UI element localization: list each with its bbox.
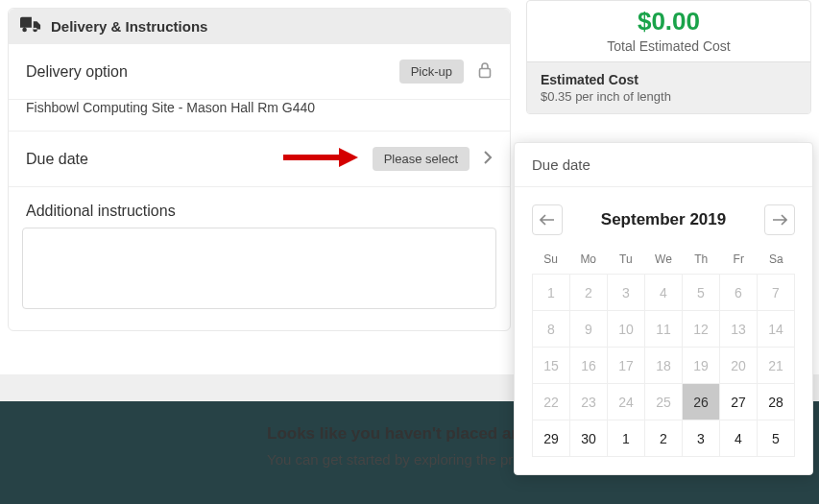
- calendar-month-title: September 2019: [601, 210, 726, 229]
- calendar-day: 13: [720, 311, 758, 348]
- calendar-day: 6: [720, 275, 758, 311]
- date-picker-title: Due date: [515, 143, 812, 187]
- calendar-day[interactable]: 30: [570, 420, 608, 457]
- calendar-day: 16: [570, 348, 608, 384]
- calendar-day: 14: [758, 311, 795, 348]
- estimated-cost-sub: $0.35 per inch of length: [541, 89, 797, 104]
- calendar-day: 22: [533, 384, 570, 420]
- total-cost-caption: Total Estimated Cost: [527, 38, 810, 54]
- calendar-day: 8: [533, 311, 570, 348]
- calendar-dow: Su: [532, 249, 569, 274]
- calendar-day: 3: [608, 275, 645, 311]
- calendar-day[interactable]: 27: [720, 384, 758, 420]
- calendar-dow: Sa: [758, 249, 795, 274]
- calendar-day: 12: [683, 311, 720, 348]
- date-picker-popup: Due date September 2019 SuMoTuWeThFrSa 1…: [514, 142, 813, 475]
- calendar-day[interactable]: 28: [758, 384, 795, 420]
- instructions-label: Additional instructions: [9, 187, 510, 228]
- delivery-site: Fishbowl Computing Site - Mason Hall Rm …: [9, 100, 510, 131]
- calendar-day: 25: [645, 384, 683, 420]
- calendar-day: 10: [608, 311, 645, 348]
- calendar-day[interactable]: 5: [758, 420, 795, 457]
- calendar-day[interactable]: 2: [645, 420, 683, 457]
- estimated-cost-title: Estimated Cost: [541, 72, 797, 87]
- due-date-row[interactable]: Due date Please select: [9, 131, 510, 187]
- calendar-day: 17: [608, 348, 645, 384]
- calendar-day: 23: [570, 384, 608, 420]
- calendar-dow: We: [644, 249, 682, 274]
- calendar-day: 5: [683, 275, 720, 311]
- calendar-day[interactable]: 29: [533, 420, 570, 457]
- calendar-day: 18: [645, 348, 683, 384]
- lock-icon: [477, 61, 493, 83]
- delivery-option-value: Pick-up: [399, 60, 464, 84]
- calendar-day: 24: [608, 384, 645, 420]
- instructions-textarea[interactable]: [22, 228, 496, 309]
- calendar-dow: Th: [683, 249, 720, 274]
- calendar-day: 11: [645, 311, 683, 348]
- prev-month-button[interactable]: [532, 204, 563, 235]
- red-arrow-annotation: [281, 146, 358, 173]
- calendar-day[interactable]: 1: [608, 420, 645, 457]
- calendar-dow: Fr: [720, 249, 758, 274]
- chevron-right-icon: [483, 151, 493, 168]
- calendar-day: 7: [758, 275, 795, 311]
- delivery-instructions-card: Delivery & Instructions Delivery option …: [8, 8, 511, 331]
- calendar-day[interactable]: 26: [683, 384, 720, 420]
- svg-marker-2: [339, 148, 358, 167]
- calendar-day: 15: [533, 348, 570, 384]
- svg-rect-0: [480, 68, 491, 77]
- calendar-day[interactable]: 4: [720, 420, 758, 457]
- total-cost-amount: $0.00: [527, 7, 810, 36]
- calendar-day: 1: [533, 275, 570, 311]
- cost-summary-box: $0.00 Total Estimated Cost Estimated Cos…: [526, 0, 811, 114]
- delivery-option-label: Delivery option: [26, 63, 128, 81]
- card-title: Delivery & Instructions: [51, 18, 207, 35]
- due-date-value: Please select: [373, 147, 470, 171]
- delivery-option-row[interactable]: Delivery option Pick-up: [9, 44, 510, 100]
- next-month-button[interactable]: [764, 204, 795, 235]
- card-header: Delivery & Instructions: [9, 9, 510, 44]
- calendar-day: 21: [758, 348, 795, 384]
- calendar-day: 2: [570, 275, 608, 311]
- calendar-day: 20: [720, 348, 758, 384]
- calendar-day[interactable]: 3: [683, 420, 720, 457]
- due-date-label: Due date: [26, 151, 88, 168]
- calendar-day: 19: [683, 348, 720, 384]
- calendar-day: 9: [570, 311, 608, 348]
- calendar-dow: Tu: [607, 249, 644, 274]
- truck-icon: [20, 16, 41, 36]
- calendar-dow: Mo: [569, 249, 607, 274]
- calendar-day: 4: [645, 275, 683, 311]
